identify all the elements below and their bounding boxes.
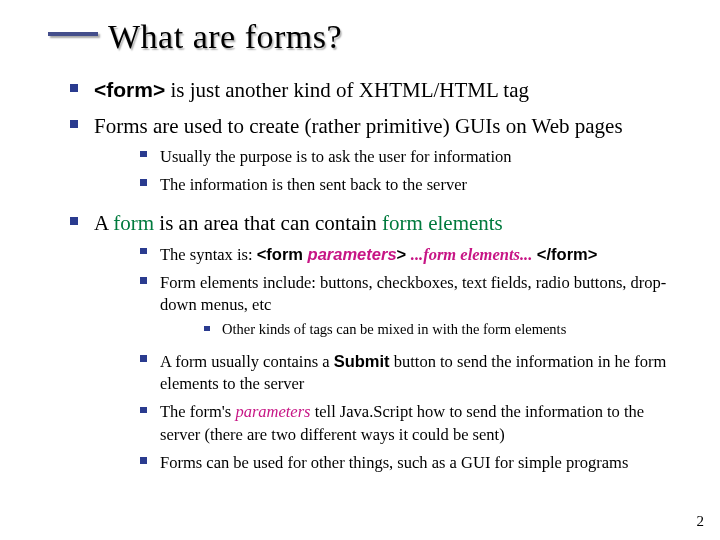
title-accent-bar — [48, 32, 98, 36]
bullet-l1: Forms are used to create (rather primiti… — [70, 108, 686, 205]
code-close-angle: > — [397, 245, 411, 263]
text: Forms can be used for other things, such… — [160, 453, 628, 472]
text: is an area that can contain — [154, 211, 382, 235]
bullet-l1: A form is an area that can contain form … — [70, 205, 686, 483]
bullet-l2: Forms can be used for other things, such… — [140, 449, 686, 477]
text: A form usually contains a — [160, 352, 334, 371]
bullet-l3: Other kinds of tags can be mixed in with… — [204, 318, 686, 342]
text: is just another kind of XHTML/HTML tag — [165, 78, 529, 102]
bullet-list: <form> is just another kind of XHTML/HTM… — [0, 72, 720, 483]
page-number: 2 — [697, 513, 705, 530]
bullet-list-l3: Other kinds of tags can be mixed in with… — [160, 316, 686, 344]
keyword-form-elements: form elements — [382, 211, 503, 235]
text: Usually the purpose is to ask the user f… — [160, 147, 511, 166]
text: Other kinds of tags can be mixed in with… — [222, 321, 566, 337]
code-close-form: </form> — [532, 245, 597, 263]
text: The syntax is: — [160, 245, 257, 264]
code-parameters: parameters — [308, 245, 397, 263]
text: The information is then sent back to the… — [160, 175, 467, 194]
code-form-tag: <form> — [94, 78, 165, 101]
slide: What are forms? <form> is just another k… — [0, 0, 720, 540]
bullet-l2: The information is then sent back to the… — [140, 171, 686, 199]
param-parameters: parameters — [235, 402, 310, 421]
ellipsis-form-elements: ...form elements... — [411, 245, 532, 264]
title-wrap: What are forms? — [0, 0, 720, 62]
bullet-l1: <form> is just another kind of XHTML/HTM… — [70, 72, 686, 108]
code-open-form: <form — [257, 245, 308, 263]
text: Forms are used to create (rather primiti… — [94, 114, 623, 138]
keyword-form: form — [113, 211, 154, 235]
bullet-list-l2: Usually the purpose is to ask the user f… — [94, 141, 686, 202]
text: The form's — [160, 402, 235, 421]
slide-title: What are forms? — [108, 18, 720, 56]
bullet-l2: The syntax is: <form parameters> ...form… — [140, 240, 686, 269]
text: A — [94, 211, 113, 235]
code-submit: Submit — [334, 352, 390, 370]
bullet-l2: A form usually contains a Submit button … — [140, 347, 686, 399]
bullet-l2: Form elements include: buttons, checkbox… — [140, 269, 686, 347]
bullet-list-l2: The syntax is: <form parameters> ...form… — [94, 238, 686, 480]
bullet-l2: The form's parameters tell Java.Script h… — [140, 398, 686, 449]
bullet-l2: Usually the purpose is to ask the user f… — [140, 143, 686, 171]
text: Form elements include: buttons, checkbox… — [160, 273, 666, 314]
